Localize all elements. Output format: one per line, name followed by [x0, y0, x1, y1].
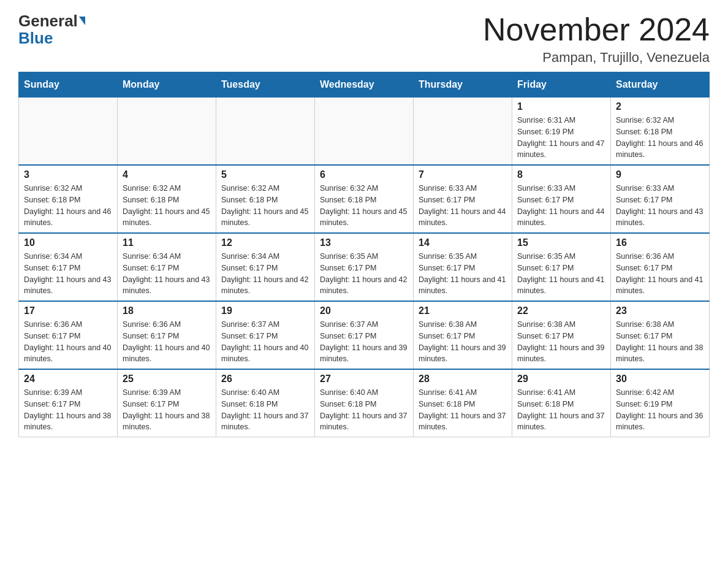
calendar-cell-w2-d1: 3Sunrise: 6:32 AMSunset: 6:18 PMDaylight…	[19, 165, 118, 233]
day-info: Sunrise: 6:33 AMSunset: 6:17 PMDaylight:…	[616, 183, 704, 229]
day-info: Sunrise: 6:38 AMSunset: 6:17 PMDaylight:…	[419, 319, 507, 365]
day-info: Sunrise: 6:37 AMSunset: 6:17 PMDaylight:…	[320, 319, 408, 365]
calendar-cell-w1-d5	[414, 97, 512, 165]
header-friday: Friday	[512, 72, 611, 97]
month-title: November 2024	[483, 12, 710, 47]
day-number: 10	[24, 237, 112, 248]
calendar-cell-w3-d1: 10Sunrise: 6:34 AMSunset: 6:17 PMDayligh…	[19, 233, 118, 301]
day-number: 17	[24, 305, 112, 316]
day-info: Sunrise: 6:33 AMSunset: 6:17 PMDaylight:…	[517, 183, 605, 229]
day-number: 23	[616, 305, 704, 316]
day-info: Sunrise: 6:41 AMSunset: 6:18 PMDaylight:…	[517, 387, 605, 433]
week-row-3: 10Sunrise: 6:34 AMSunset: 6:17 PMDayligh…	[19, 233, 710, 301]
calendar-cell-w2-d7: 9Sunrise: 6:33 AMSunset: 6:17 PMDaylight…	[611, 165, 710, 233]
day-number: 8	[517, 169, 605, 180]
day-number: 14	[419, 237, 507, 248]
day-info: Sunrise: 6:32 AMSunset: 6:18 PMDaylight:…	[24, 183, 112, 229]
week-row-2: 3Sunrise: 6:32 AMSunset: 6:18 PMDaylight…	[19, 165, 710, 233]
header-tuesday: Tuesday	[216, 72, 315, 97]
day-info: Sunrise: 6:35 AMSunset: 6:17 PMDaylight:…	[419, 251, 507, 297]
calendar-cell-w3-d5: 14Sunrise: 6:35 AMSunset: 6:17 PMDayligh…	[414, 233, 512, 301]
logo-general-text: General	[18, 12, 78, 30]
calendar-cell-w4-d1: 17Sunrise: 6:36 AMSunset: 6:17 PMDayligh…	[19, 301, 118, 369]
day-number: 30	[616, 373, 704, 385]
day-number: 11	[123, 237, 211, 248]
calendar-cell-w3-d2: 11Sunrise: 6:34 AMSunset: 6:17 PMDayligh…	[118, 233, 216, 301]
day-number: 21	[419, 305, 507, 316]
calendar-cell-w5-d7: 30Sunrise: 6:42 AMSunset: 6:19 PMDayligh…	[611, 369, 710, 437]
day-info: Sunrise: 6:42 AMSunset: 6:19 PMDaylight:…	[616, 387, 704, 433]
calendar-cell-w4-d3: 19Sunrise: 6:37 AMSunset: 6:17 PMDayligh…	[216, 301, 315, 369]
day-info: Sunrise: 6:32 AMSunset: 6:18 PMDaylight:…	[123, 183, 211, 229]
day-info: Sunrise: 6:39 AMSunset: 6:17 PMDaylight:…	[24, 387, 112, 433]
day-info: Sunrise: 6:32 AMSunset: 6:18 PMDaylight:…	[616, 115, 704, 161]
calendar-cell-w4-d5: 21Sunrise: 6:38 AMSunset: 6:17 PMDayligh…	[414, 301, 512, 369]
day-info: Sunrise: 6:41 AMSunset: 6:18 PMDaylight:…	[419, 387, 507, 433]
day-number: 15	[517, 237, 605, 248]
day-info: Sunrise: 6:39 AMSunset: 6:17 PMDaylight:…	[123, 387, 211, 433]
day-number: 18	[123, 305, 211, 316]
calendar-cell-w5-d6: 29Sunrise: 6:41 AMSunset: 6:18 PMDayligh…	[512, 369, 611, 437]
calendar-cell-w5-d2: 25Sunrise: 6:39 AMSunset: 6:17 PMDayligh…	[118, 369, 216, 437]
calendar-cell-w2-d5: 7Sunrise: 6:33 AMSunset: 6:17 PMDaylight…	[414, 165, 512, 233]
header-saturday: Saturday	[611, 72, 710, 97]
logo: General Blue	[18, 12, 85, 48]
page-header: General Blue November 2024 Pampan, Truji…	[18, 12, 710, 66]
calendar-cell-w5-d4: 27Sunrise: 6:40 AMSunset: 6:18 PMDayligh…	[315, 369, 414, 437]
header-wednesday: Wednesday	[315, 72, 414, 97]
day-number: 24	[24, 373, 112, 385]
calendar-cell-w2-d2: 4Sunrise: 6:32 AMSunset: 6:18 PMDaylight…	[118, 165, 216, 233]
day-info: Sunrise: 6:36 AMSunset: 6:17 PMDaylight:…	[24, 319, 112, 365]
weekday-header-row: Sunday Monday Tuesday Wednesday Thursday…	[19, 72, 710, 97]
day-info: Sunrise: 6:36 AMSunset: 6:17 PMDaylight:…	[616, 251, 704, 297]
day-number: 4	[123, 169, 211, 180]
location-subtitle: Pampan, Trujillo, Venezuela	[483, 50, 710, 66]
day-info: Sunrise: 6:37 AMSunset: 6:17 PMDaylight:…	[221, 319, 309, 365]
day-number: 7	[419, 169, 507, 180]
day-info: Sunrise: 6:32 AMSunset: 6:18 PMDaylight:…	[221, 183, 309, 229]
day-number: 26	[221, 373, 309, 385]
day-info: Sunrise: 6:32 AMSunset: 6:18 PMDaylight:…	[320, 183, 408, 229]
calendar-cell-w4-d6: 22Sunrise: 6:38 AMSunset: 6:17 PMDayligh…	[512, 301, 611, 369]
calendar-cell-w4-d4: 20Sunrise: 6:37 AMSunset: 6:17 PMDayligh…	[315, 301, 414, 369]
day-number: 6	[320, 169, 408, 180]
day-number: 19	[221, 305, 309, 316]
calendar-cell-w5-d1: 24Sunrise: 6:39 AMSunset: 6:17 PMDayligh…	[19, 369, 118, 437]
day-info: Sunrise: 6:38 AMSunset: 6:17 PMDaylight:…	[517, 319, 605, 365]
calendar-cell-w1-d4	[315, 97, 414, 165]
header-sunday: Sunday	[19, 72, 118, 97]
day-info: Sunrise: 6:31 AMSunset: 6:19 PMDaylight:…	[517, 115, 605, 161]
day-number: 27	[320, 373, 408, 385]
day-number: 29	[517, 373, 605, 385]
week-row-1: 1Sunrise: 6:31 AMSunset: 6:19 PMDaylight…	[19, 97, 710, 165]
week-row-5: 24Sunrise: 6:39 AMSunset: 6:17 PMDayligh…	[19, 369, 710, 437]
calendar-cell-w1-d7: 2Sunrise: 6:32 AMSunset: 6:18 PMDaylight…	[611, 97, 710, 165]
calendar-cell-w4-d2: 18Sunrise: 6:36 AMSunset: 6:17 PMDayligh…	[118, 301, 216, 369]
day-number: 3	[24, 169, 112, 180]
logo-blue-text: Blue	[18, 29, 53, 48]
day-number: 9	[616, 169, 704, 180]
calendar-cell-w1-d2	[118, 97, 216, 165]
calendar-cell-w4-d7: 23Sunrise: 6:38 AMSunset: 6:17 PMDayligh…	[611, 301, 710, 369]
day-number: 5	[221, 169, 309, 180]
day-number: 16	[616, 237, 704, 248]
logo-triangle-icon	[79, 17, 85, 25]
calendar-cell-w3-d7: 16Sunrise: 6:36 AMSunset: 6:17 PMDayligh…	[611, 233, 710, 301]
calendar-cell-w3-d6: 15Sunrise: 6:35 AMSunset: 6:17 PMDayligh…	[512, 233, 611, 301]
calendar-cell-w2-d6: 8Sunrise: 6:33 AMSunset: 6:17 PMDaylight…	[512, 165, 611, 233]
day-info: Sunrise: 6:38 AMSunset: 6:17 PMDaylight:…	[616, 319, 704, 365]
day-info: Sunrise: 6:40 AMSunset: 6:18 PMDaylight:…	[320, 387, 408, 433]
calendar-cell-w5-d3: 26Sunrise: 6:40 AMSunset: 6:18 PMDayligh…	[216, 369, 315, 437]
header-thursday: Thursday	[414, 72, 512, 97]
title-section: November 2024 Pampan, Trujillo, Venezuel…	[483, 12, 710, 66]
header-monday: Monday	[118, 72, 216, 97]
calendar-cell-w1-d3	[216, 97, 315, 165]
calendar-cell-w1-d6: 1Sunrise: 6:31 AMSunset: 6:19 PMDaylight…	[512, 97, 611, 165]
day-number: 25	[123, 373, 211, 385]
calendar-table: Sunday Monday Tuesday Wednesday Thursday…	[18, 72, 710, 437]
day-info: Sunrise: 6:36 AMSunset: 6:17 PMDaylight:…	[123, 319, 211, 365]
calendar-cell-w3-d4: 13Sunrise: 6:35 AMSunset: 6:17 PMDayligh…	[315, 233, 414, 301]
calendar-cell-w3-d3: 12Sunrise: 6:34 AMSunset: 6:17 PMDayligh…	[216, 233, 315, 301]
day-number: 22	[517, 305, 605, 316]
day-info: Sunrise: 6:40 AMSunset: 6:18 PMDaylight:…	[221, 387, 309, 433]
